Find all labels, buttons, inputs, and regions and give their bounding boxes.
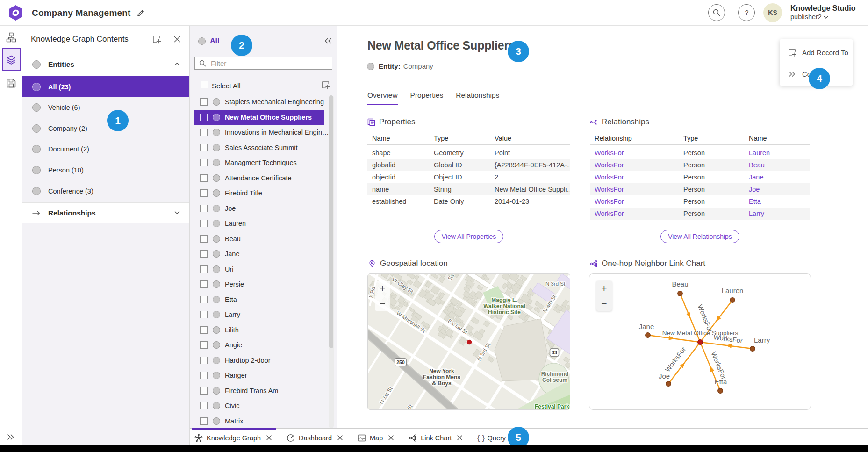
record-list-item[interactable]: Hardtop 2-door: [194, 353, 324, 368]
record-checkbox[interactable]: [200, 311, 208, 318]
record-checkbox[interactable]: [200, 387, 208, 395]
add-record-icon[interactable]: [321, 80, 330, 89]
record-checkbox[interactable]: [200, 144, 208, 151]
entity-type-item[interactable]: Conference (3): [22, 180, 189, 201]
record-list-item[interactable]: Sales Associate Summit: [194, 140, 324, 155]
relationship-link[interactable]: WorksFor: [590, 198, 679, 205]
avatar[interactable]: KS: [763, 3, 782, 22]
zoom-out-button[interactable]: −: [596, 296, 612, 311]
record-checkbox[interactable]: [200, 250, 208, 258]
data-model-icon[interactable]: [6, 32, 16, 43]
record-checkbox[interactable]: [200, 280, 208, 288]
record-checkbox[interactable]: [200, 341, 208, 349]
record-checkbox[interactable]: [200, 189, 208, 197]
relationship-row[interactable]: WorksFor Person Lauren: [590, 147, 810, 159]
layers-icon[interactable]: [6, 55, 16, 65]
record-list-item[interactable]: Firebird Title: [194, 186, 324, 201]
record-checkbox[interactable]: [200, 326, 208, 334]
record-checkbox[interactable]: [200, 114, 208, 121]
list-panel-title[interactable]: All: [210, 37, 219, 45]
select-all-checkbox[interactable]: [201, 81, 208, 88]
record-checkbox[interactable]: [200, 265, 208, 273]
save-icon[interactable]: [6, 78, 16, 88]
record-list-item[interactable]: Etta: [194, 292, 324, 307]
record-checkbox[interactable]: [200, 357, 208, 364]
relationship-name-link[interactable]: Larry: [744, 210, 810, 217]
relationship-name-link[interactable]: Joe: [744, 186, 810, 193]
record-list-item[interactable]: Uri: [194, 262, 324, 277]
record-list-item[interactable]: Beau: [194, 231, 324, 246]
search-button[interactable]: [708, 4, 725, 21]
record-list-item[interactable]: Jane: [194, 246, 324, 261]
relationship-row[interactable]: WorksFor Person Larry: [590, 208, 810, 220]
tab-dashboard[interactable]: Dashboard: [284, 430, 355, 445]
view-all-properties-button[interactable]: View All Properties: [434, 230, 503, 243]
record-list-item[interactable]: Ranger: [194, 368, 324, 383]
record-checkbox[interactable]: [200, 372, 208, 379]
record-list-item[interactable]: Managment Techniques: [194, 155, 324, 170]
record-list-item[interactable]: Lilith: [194, 323, 324, 337]
relationship-link[interactable]: WorksFor: [590, 210, 679, 217]
user-menu[interactable]: Knowledge Studio publisher2: [790, 4, 856, 21]
close-icon[interactable]: [173, 36, 181, 43]
filter-text-input[interactable]: [211, 59, 318, 67]
record-list-item[interactable]: Innovations in Mechanical Engin…: [194, 125, 324, 140]
expand-rail-icon[interactable]: [6, 433, 15, 441]
relationship-name-link[interactable]: Etta: [744, 198, 810, 205]
entity-type-item[interactable]: Company (2): [22, 118, 189, 139]
zoom-in-button[interactable]: +: [596, 281, 612, 296]
record-list-item[interactable]: Larry: [194, 307, 324, 322]
edit-title-icon[interactable]: [136, 8, 145, 18]
zoom-out-button[interactable]: −: [375, 296, 390, 311]
property-row[interactable]: globalid Global ID {A228944F-0EF5-412A-…: [367, 159, 570, 171]
scrollbar-thumb[interactable]: [329, 95, 333, 348]
tab-map[interactable]: Map: [355, 430, 406, 445]
relationship-link[interactable]: WorksFor: [590, 149, 679, 157]
entity-type-item[interactable]: Person (10): [22, 159, 189, 180]
record-checkbox[interactable]: [200, 402, 208, 409]
entities-group-header[interactable]: Entities: [22, 52, 189, 76]
filter-input[interactable]: [194, 57, 332, 70]
record-list-item[interactable]: Lauren: [194, 216, 324, 231]
relationship-name-link[interactable]: Jane: [744, 173, 810, 181]
help-button[interactable]: ?: [738, 4, 755, 21]
tab-link-chart[interactable]: Link Chart: [406, 430, 474, 445]
relationship-row[interactable]: WorksFor Person Jane: [590, 171, 810, 183]
record-list-item[interactable]: Persie: [194, 277, 324, 292]
entity-type-item[interactable]: All (23): [22, 76, 189, 97]
record-checkbox[interactable]: [200, 205, 208, 212]
relationship-row[interactable]: WorksFor Person Etta: [590, 195, 810, 208]
app-logo-icon[interactable]: [7, 5, 24, 21]
tab-relationships[interactable]: Relationships: [456, 91, 499, 105]
relationship-name-link[interactable]: Lauren: [744, 149, 810, 157]
relationship-row[interactable]: WorksFor Person Beau: [590, 159, 810, 171]
relationship-link[interactable]: WorksFor: [590, 173, 679, 181]
geospatial-map[interactable]: k RdW Clay StSaW Marshall StE Clay StN 3…: [367, 273, 570, 410]
entity-type-item[interactable]: Document (2): [22, 139, 189, 160]
record-list-item[interactable]: Angie: [194, 337, 324, 352]
close-tab-icon[interactable]: [457, 435, 462, 440]
tab-knowledge-graph[interactable]: Knowledge Graph: [192, 430, 284, 445]
tab-properties[interactable]: Properties: [410, 91, 444, 105]
property-row[interactable]: shape Geometry Point: [367, 147, 570, 159]
collapse-panel-icon[interactable]: [324, 38, 332, 44]
property-row[interactable]: established Date Only 2014-01-23: [367, 195, 570, 208]
close-tab-icon[interactable]: [337, 435, 343, 440]
relationship-link[interactable]: WorksFor: [590, 161, 679, 169]
zoom-in-button[interactable]: +: [375, 281, 390, 296]
record-list-item[interactable]: Staplers Mechanical Engineering: [194, 94, 324, 109]
entity-type-item[interactable]: Vehicle (6): [22, 97, 189, 118]
add-record-icon[interactable]: [152, 35, 161, 44]
record-checkbox[interactable]: [200, 220, 208, 227]
record-list-item[interactable]: Matrix: [194, 414, 324, 429]
record-checkbox[interactable]: [200, 98, 208, 106]
menu-item-add-record-to[interactable]: Add Record To: [780, 43, 853, 62]
record-list-item[interactable]: Civic: [194, 398, 324, 413]
record-checkbox[interactable]: [200, 417, 208, 425]
record-checkbox[interactable]: [200, 296, 208, 303]
relationship-row[interactable]: WorksFor Person Joe: [590, 183, 810, 195]
record-list-item[interactable]: Joe: [194, 201, 324, 216]
record-checkbox[interactable]: [200, 159, 208, 166]
property-row[interactable]: objectid Object ID 2: [367, 171, 570, 183]
relationship-name-link[interactable]: Beau: [744, 161, 810, 169]
